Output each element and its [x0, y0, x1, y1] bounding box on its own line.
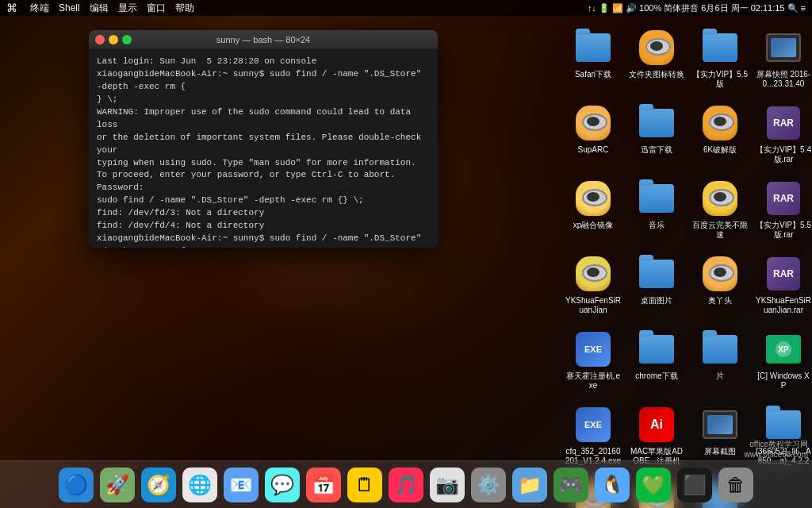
apple-menu[interactable]: ⌘ — [6, 2, 17, 14]
dock-icon-app11[interactable]: ⚙️ — [469, 466, 508, 504]
desktop-icon-safari[interactable]: Safari下载 — [562, 24, 624, 99]
icon-image-music — [638, 179, 676, 217]
folder-icon-desktop-img — [639, 260, 674, 288]
menubar-item-shell[interactable]: Shell — [59, 2, 80, 13]
terminal-line-5: or the deletion of important system file… — [97, 132, 430, 157]
icon-image-screenshot — [764, 29, 802, 67]
dock-app-safari2: 🧭 — [141, 468, 176, 502]
icon-image-shuantian: EXE — [574, 330, 612, 368]
desktop-icon-label-screenshot: 屏幕快照 2016-0...23.31.40 — [753, 69, 812, 90]
desktop-icon-baidu[interactable]: 百度云完美不限速 — [689, 175, 751, 250]
icon-image-winxp: XP — [764, 330, 802, 368]
dock-icon-app9[interactable]: 🎵 — [387, 466, 425, 504]
menubar-item-terminal[interactable]: 终端 — [30, 2, 49, 15]
desktop-icon-music[interactable]: 音乐 — [626, 175, 688, 250]
terminal-line-4: WARNING: Improper use of the sudo comman… — [97, 106, 430, 132]
menubar-item-window[interactable]: 窗口 — [147, 2, 166, 15]
dock-icon-launchpad[interactable]: 🚀 — [98, 466, 136, 504]
exe-icon-shuantian: EXE — [576, 332, 611, 367]
dock-icon-chrome2[interactable]: 🌐 — [181, 466, 219, 504]
desktop-icon-label-chrome: chrome下载 — [634, 371, 679, 382]
desktop-icon-label-shilijvip54rar: 【实力VIP】5.4版.rar — [753, 144, 812, 165]
dock-icon-app13[interactable]: 🎮 — [552, 466, 590, 504]
folder-icon-pian — [703, 335, 737, 364]
desktop-icon-label-6k: 6K破解版 — [702, 144, 738, 156]
maximize-button[interactable] — [122, 35, 132, 44]
desktop-icon-6k[interactable]: 6K破解版 — [689, 99, 751, 175]
desktop-icon-desktop-img[interactable]: 桌面图片 — [626, 250, 688, 325]
desktop-icon-shilijvip55rar[interactable]: RAR【实力VIP】5.5版.rar — [753, 175, 812, 250]
desktop-icon-xunlei[interactable]: 迅雷下载 — [626, 99, 688, 175]
dock-app-app9: 🎵 — [389, 468, 423, 502]
dock-app-app12: 📁 — [512, 468, 547, 502]
dock-icon-app6[interactable]: 💬 — [263, 466, 301, 504]
desktop-icon-file-icon-convert[interactable]: 文件夹图标转换 — [626, 24, 688, 99]
dock-icon-app5[interactable]: 📧 — [222, 466, 260, 504]
dock-icon-qq[interactable]: 🐧 — [593, 466, 631, 504]
terminal-body[interactable]: Last login: Sun Jun 5 23:28:20 on consol… — [89, 49, 438, 248]
dock-icon-app12[interactable]: 📁 — [511, 466, 549, 504]
icon-image-win-zip — [764, 406, 802, 444]
desktop-icon-xp[interactable]: xp融合镜像 — [562, 175, 624, 250]
desktop-icon-label-xp: xp融合镜像 — [572, 220, 615, 231]
desktop-icon-shilijvip54rar[interactable]: RAR【实力VIP】5.4版.rar — [753, 99, 812, 175]
minimize-button[interactable] — [109, 35, 118, 44]
icon-image-xunlei — [638, 104, 676, 142]
dock-app-chrome2: 🌐 — [182, 468, 217, 502]
dock-app-qq: 🐧 — [595, 468, 630, 502]
dock-icon-app8[interactable]: 🗒 — [346, 466, 384, 504]
dock-icon-safari2[interactable]: 🧭 — [140, 466, 178, 504]
icon-image-screencap2 — [701, 406, 739, 444]
icon-image-file-icon-convert — [638, 29, 676, 67]
menubar-status-icons: ↑↓ 🔋 📶 🔊 100% 简体拼音 6月6日 周一 02:11:15 🔍 ≡ — [588, 2, 806, 14]
screenshot-icon-screencap2 — [703, 410, 737, 439]
dock-icon-wechat[interactable]: 💚 — [634, 466, 672, 504]
folder-icon-music — [639, 184, 674, 213]
menubar-left: ⌘ 终端 Shell 编辑 显示 窗口 帮助 — [0, 2, 194, 15]
watermark: office教程学习网 www.office68.com — [745, 439, 808, 459]
terminal-line-13: find: /dev/fd/4: Not a directory — [97, 220, 430, 233]
desktop-icon-shilijvip55[interactable]: 【实力VIP】5.5版 — [689, 24, 751, 99]
menubar: ⌘ 终端 Shell 编辑 显示 窗口 帮助 ↑↓ 🔋 📶 🔊 100% 简体拼… — [0, 0, 812, 16]
folder-icon-win-zip — [766, 410, 801, 439]
desktop-icon-label-ykshua: YKShuaFenSiRuanJian — [563, 295, 623, 316]
desktop-icon-chrome[interactable]: chrome下载 — [626, 325, 688, 401]
close-button[interactable] — [95, 35, 105, 44]
dock-icon-trash[interactable]: 🗑 — [717, 466, 755, 504]
desktop-icon-shuantian[interactable]: EXE赛天霍注册机.exe — [562, 325, 624, 401]
terminal-title: sunny — bash — 80×24 — [216, 35, 310, 44]
desktop-icon-wuding[interactable]: 奥丫头 — [689, 250, 751, 325]
menubar-item-help[interactable]: 帮助 — [175, 2, 194, 15]
terminal-line-14: xiaogangbideMacBook-Air:~ sunny$ sudo fi… — [97, 233, 430, 248]
desktop-icon-label-file-icon-convert: 文件夹图标转换 — [627, 69, 686, 80]
desktop-icon-screenshot[interactable]: 屏幕快照 2016-0...23.31.40 — [753, 24, 812, 99]
terminal-window: sunny — bash — 80×24 Last login: Sun Jun… — [89, 30, 438, 248]
icon-image-baidu — [701, 179, 739, 217]
exe-icon-cfq352: EXE — [576, 407, 611, 442]
minion-icon-6k — [703, 106, 737, 140]
dock-icon-terminal2[interactable]: ⬛ — [676, 466, 714, 504]
dock: 🔵🚀🧭🌐📧💬📅🗒🎵📷⚙️📁🎮🐧💚⬛🗑 — [0, 460, 812, 508]
desktop-icon-winxp[interactable]: XP[C] Windows XP — [753, 325, 812, 401]
minion-icon-file-icon-convert — [639, 30, 674, 65]
menubar-right: ↑↓ 🔋 📶 🔊 100% 简体拼音 6月6日 周一 02:11:15 🔍 ≡ — [588, 2, 806, 14]
icon-image-safari — [574, 29, 612, 67]
desktop-icon-ykshua-rar[interactable]: RARYKShuaFenSiRuanJian.rar — [753, 250, 812, 325]
desktop-icon-pian[interactable]: 片 — [689, 325, 751, 401]
menubar-item-edit[interactable]: 编辑 — [90, 2, 109, 15]
desktop-icon-label-shilijvip55rar: 【实力VIP】5.5版.rar — [753, 220, 812, 241]
terminal-line-12: find: /dev/fd/3: Not a directory — [97, 207, 430, 220]
rar-icon-shilijvip54rar: RAR — [767, 106, 800, 140]
dock-icon-finder[interactable]: 🔵 — [57, 466, 95, 504]
menubar-item-view[interactable]: 显示 — [118, 2, 137, 15]
desktop-icon-suparc[interactable]: SupARC — [562, 99, 624, 175]
dock-icon-app7[interactable]: 📅 — [304, 466, 343, 504]
folder-icon-xunlei — [639, 109, 674, 137]
icon-image-ykshua — [574, 255, 612, 293]
desktop-icon-ykshua[interactable]: YKShuaFenSiRuanJian — [562, 250, 624, 325]
desktop-icon-label-shuantian: 赛天霍注册机.exe — [563, 371, 623, 391]
dock-app-app5: 📧 — [224, 468, 259, 502]
dock-app-terminal2: ⬛ — [677, 468, 712, 502]
dock-icon-app10[interactable]: 📷 — [428, 466, 466, 504]
terminal-line-10: Password: — [97, 182, 430, 194]
